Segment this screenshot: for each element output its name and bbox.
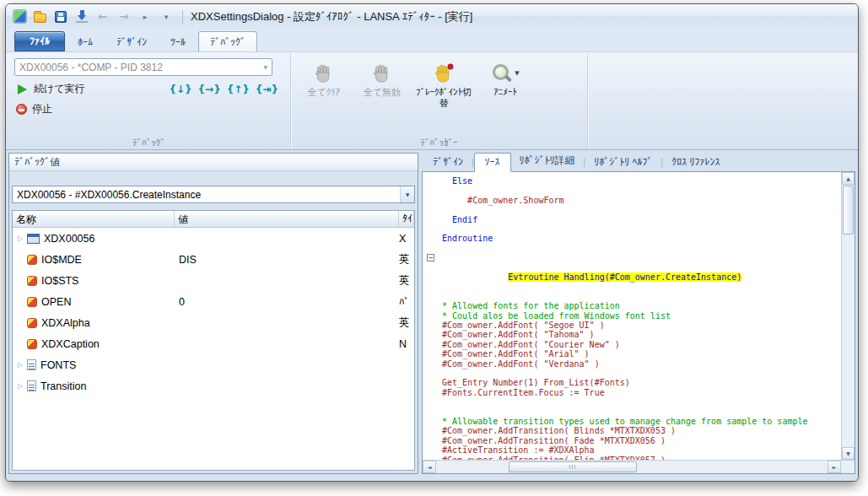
list-icon [27, 380, 36, 391]
qat-customize-button[interactable]: ▾ [158, 8, 175, 25]
ribbon-group-debugger: 全てｸﾘｱ 全て無効 ﾌﾞﾚｰｸﾎﾟｲﾝﾄ切替 ▼ ｱﾆﾒｰﾄ ﾃﾞﾊﾞｯｶﾞｰ [291, 54, 588, 149]
tab-source[interactable]: ｿｰｽ [474, 153, 511, 172]
variable-row[interactable]: IO$MDE DIS 英 [13, 249, 414, 270]
type-cell: 英 [399, 252, 414, 267]
clear-all-button[interactable]: 全てｸﾘｱ [296, 58, 352, 98]
type-cell: X [399, 233, 414, 245]
tab-cross-reference[interactable]: ｸﾛｽ ﾘﾌｧﾚﾝｽ [663, 154, 728, 171]
step-buttons: {↓} {→} {↑} {⇥} [169, 84, 285, 95]
h-scrollbar[interactable]: ◄ ► [423, 460, 855, 473]
h-scroll-thumb[interactable] [509, 461, 637, 472]
step-run-button[interactable]: {⇥} [256, 84, 278, 95]
tab-debug[interactable]: ﾃﾞﾊﾞｯｸﾞ [198, 31, 257, 51]
source-code[interactable]: Else #Com_owner.ShowForm Endif Endroutin… [423, 172, 841, 460]
toggle-breakpoint-button[interactable]: ﾌﾞﾚｰｸﾎﾟｲﾝﾄ切替 [412, 58, 475, 109]
column-header-value[interactable]: 値 [175, 211, 399, 227]
expander-icon[interactable]: ▷ [15, 382, 25, 390]
list-icon [27, 359, 36, 370]
context-selector[interactable]: XDX00056 - #XDX00056.CreateInstance ▼ [12, 186, 415, 203]
continue-button[interactable]: 続けて実行 [34, 82, 85, 96]
field-icon [27, 318, 37, 328]
code-line [426, 205, 841, 214]
group-label-debugger: ﾃﾞﾊﾞｯｶﾞｰ [291, 137, 587, 148]
animate-label: ｱﾆﾒｰﾄ [493, 87, 517, 98]
field-icon [27, 255, 37, 265]
step-out-button[interactable]: {↑} [227, 84, 250, 95]
tab-repository-detail[interactable]: ﾘﾎﾟｼﾞﾄﾘ詳細 [511, 151, 584, 171]
field-icon [27, 339, 37, 349]
step-over-button[interactable]: {→} [198, 84, 221, 95]
import-icon [76, 10, 88, 23]
variable-row[interactable]: XDXAlpha 英 [13, 312, 414, 333]
open-folder-icon [34, 13, 46, 23]
clear-all-label: 全てｸﾘｱ [308, 87, 341, 98]
ribbon-tab-bar: ﾌｧｲﾙ ﾎｰﾑ ﾃﾞｻﾞｲﾝ ﾂｰﾙ ﾃﾞﾊﾞｯｸﾞ [6, 29, 858, 51]
source-editor[interactable]: Else #Com_owner.ShowForm Endif Endroutin… [422, 171, 855, 474]
variable-row[interactable]: IO$STS 英 [13, 270, 414, 291]
qat-more-button[interactable]: ▸ [137, 8, 154, 25]
variable-row[interactable]: ▷ FONTS [13, 354, 414, 375]
type-cell: ﾊﾟ [399, 296, 414, 308]
save-button[interactable] [52, 8, 69, 25]
tab-home[interactable]: ﾎｰﾑ [67, 33, 104, 51]
grid-header: 名称 値 ﾀｲﾌﾟ [13, 211, 414, 228]
code-line [426, 369, 841, 378]
tab-design-view[interactable]: ﾃﾞｻﾞｲﾝ [424, 154, 472, 171]
redo-button[interactable]: → [116, 8, 132, 25]
dropdown-arrow-icon[interactable]: ▼ [263, 64, 267, 70]
name-cell: OPEN [13, 296, 175, 308]
v-scrollbar[interactable]: ▲ ▼ [841, 172, 855, 460]
scroll-left-button[interactable]: ◄ [423, 461, 436, 473]
code-line [426, 224, 841, 234]
variable-row[interactable]: XDXCaption N [13, 333, 414, 354]
step-into-button[interactable]: {↓} [169, 84, 191, 95]
import-button[interactable] [73, 8, 90, 25]
disable-all-button[interactable]: 全て無効 [354, 58, 410, 98]
code-line: #Com_owner.AddFont( "Courier New" ) [426, 340, 841, 349]
context-selector-value: XDX00056 - #XDX00056.CreateInstance [17, 189, 201, 201]
variable-row[interactable]: ▷ Transition [13, 375, 414, 396]
scrollbar-corner [841, 461, 855, 473]
code-line: * Allowed fonts for the application [426, 301, 841, 310]
tab-design[interactable]: ﾃﾞｻﾞｲﾝ [105, 33, 158, 51]
code-line: #Com_owner.AddFont( "Segoe UI" ) [426, 321, 841, 330]
fold-toggle-icon[interactable]: − [427, 254, 434, 261]
stop-icon [16, 104, 27, 115]
combo-arrow-icon[interactable]: ▼ [400, 186, 414, 202]
expander-icon[interactable]: ▷ [15, 235, 25, 242]
h-scroll-track[interactable] [436, 461, 828, 473]
type-cell: N [399, 338, 414, 350]
stop-button[interactable]: 停止 [32, 102, 52, 116]
scroll-up-button[interactable]: ▲ [842, 172, 855, 185]
variable-name: XDX00056 [44, 233, 94, 245]
code-line: #Com_owner.AddTransition( Blinds *MTXTXD… [426, 426, 841, 435]
expander-icon[interactable]: ▷ [15, 361, 25, 369]
animate-button[interactable]: ▼ ｱﾆﾒｰﾄ [477, 58, 533, 98]
animate-dropdown-arrow[interactable]: ▼ [515, 68, 519, 79]
group-label-debug: ﾃﾞﾊﾞｯｸﾞ [8, 137, 290, 148]
tab-repository-help[interactable]: ﾘﾎﾟｼﾞﾄﾘ ﾍﾙﾌﾟ [585, 154, 660, 171]
variable-name: XDXCaption [41, 338, 100, 350]
app-icon[interactable] [13, 9, 27, 24]
v-scroll-thumb[interactable] [843, 186, 854, 235]
process-selector[interactable]: XDX00056 - *COMP - PID 3812 ▼ [14, 58, 272, 76]
breakpoint-hand-icon [433, 62, 455, 84]
code-line: Endroutine [426, 234, 841, 243]
variable-name: IO$STS [41, 275, 78, 287]
variable-row[interactable]: OPEN 0 ﾊﾟ [13, 291, 414, 312]
name-cell: XDXAlpha [13, 317, 175, 329]
open-button[interactable] [31, 8, 48, 25]
tab-file[interactable]: ﾌｧｲﾙ [14, 31, 65, 51]
code-line: Endif [426, 215, 841, 224]
code-line [426, 292, 841, 301]
scroll-right-button[interactable]: ► [828, 461, 841, 473]
column-header-name[interactable]: 名称 [13, 211, 175, 227]
undo-button[interactable]: ← [94, 8, 111, 25]
scroll-down-button[interactable]: ▼ [842, 447, 855, 460]
variable-row[interactable]: ▷ XDX00056 X [13, 228, 414, 249]
highlighted-event-line: Evtroutine Handling(#Com_owner.CreateIns… [508, 272, 741, 282]
variable-name: Transition [40, 380, 86, 392]
v-scroll-track[interactable] [842, 235, 855, 447]
column-header-type[interactable]: ﾀｲﾌﾟ [399, 211, 414, 227]
tab-tools[interactable]: ﾂｰﾙ [159, 33, 197, 51]
